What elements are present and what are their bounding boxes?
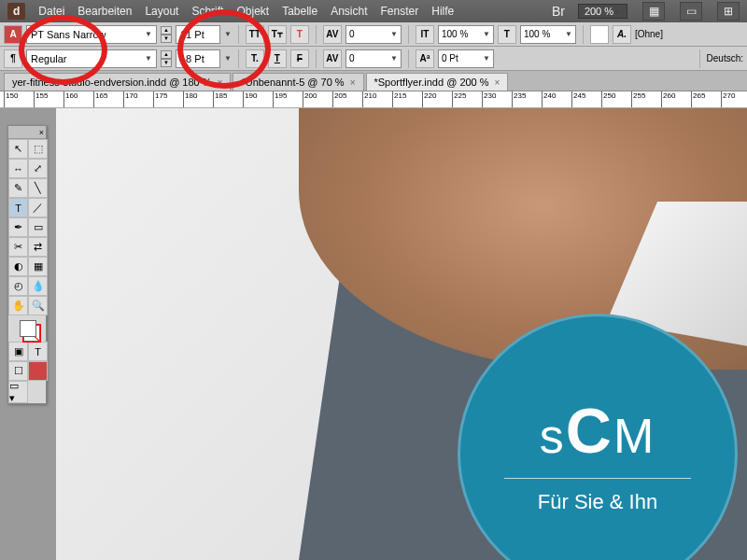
baseline-field[interactable]: 0 Pt▼: [438, 49, 494, 68]
font-weight-dropdown[interactable]: Regular▼: [26, 49, 157, 68]
menu-fenster[interactable]: Fenster: [381, 5, 419, 18]
gap-tool[interactable]: ⤢: [28, 159, 48, 178]
doc-tab-1[interactable]: yer-fitness-studio-endversion.indd @ 180…: [4, 73, 231, 91]
page-tool[interactable]: ↔: [8, 159, 28, 178]
direct-selection-tool[interactable]: ⬚: [28, 139, 48, 159]
menu-bearbeiten[interactable]: Bearbeiten: [78, 5, 132, 18]
fill-swatch[interactable]: [590, 25, 609, 44]
close-icon[interactable]: ×: [495, 77, 500, 88]
format-container-icon[interactable]: ▣: [8, 342, 28, 361]
horizontal-ruler[interactable]: 1501551601651701751801851901952002052102…: [0, 91, 747, 108]
leading-spinner[interactable]: ▲▼: [161, 50, 172, 67]
chevron-down-icon[interactable]: ▼: [224, 54, 232, 63]
vscale-field[interactable]: 100 %▼: [520, 25, 576, 44]
menu-objekt[interactable]: Objekt: [236, 5, 269, 18]
superscript-button[interactable]: T: [290, 25, 309, 44]
menubar: d Datei Bearbeiten Layout Schrift Objekt…: [0, 0, 747, 22]
font-size-spinner[interactable]: ▲▼: [161, 26, 172, 43]
apply-color-icon[interactable]: [28, 361, 48, 381]
baseline-icon: Aª: [416, 49, 434, 68]
subscript-button[interactable]: T.: [246, 49, 264, 68]
scissors-tool[interactable]: ✂: [8, 237, 28, 257]
chevron-down-icon[interactable]: ▼: [224, 30, 232, 38]
para-format-icon[interactable]: ¶: [4, 49, 22, 68]
menu-hilfe[interactable]: Hilfe: [431, 5, 454, 18]
menu-layout[interactable]: Layout: [145, 5, 178, 18]
free-transform-tool[interactable]: ⇄: [28, 237, 48, 257]
pencil-tool[interactable]: ／: [28, 198, 48, 217]
hscale-icon: IT: [416, 25, 434, 44]
tab-label: yer-fitness-studio-endversion.indd @ 180…: [12, 77, 212, 88]
rectangle-frame-tool[interactable]: ✒: [8, 217, 28, 237]
chevron-down-icon: ▼: [145, 30, 152, 38]
view-mode-toggle[interactable]: ▭ ▾: [8, 381, 28, 403]
font-size-value: 11 Pt: [180, 29, 204, 40]
view-options-icon[interactable]: ▦: [642, 2, 665, 21]
logo-subtitle: Für Sie & Ihn: [538, 490, 657, 514]
screen-mode-icon[interactable]: ▭: [680, 2, 702, 21]
vscale-icon: T: [498, 25, 516, 44]
workspace: × ↖ ⬚ ↔ ⤢ ✎ ╲ T ／ ✒ ▭ ✂ ⇄ ◐ ▦ ◴ 💧 ✋ 🔍 ▣ …: [0, 108, 747, 560]
font-size-field[interactable]: 11 Pt: [176, 25, 220, 44]
eyedropper-tool[interactable]: 💧: [28, 276, 48, 296]
close-icon[interactable]: ×: [218, 77, 223, 88]
tracking-field[interactable]: 0▼: [345, 49, 402, 68]
zoom-tool[interactable]: 🔍: [28, 296, 48, 315]
spinner-up-icon[interactable]: ▲: [161, 50, 172, 59]
spinner-up-icon[interactable]: ▲: [161, 26, 172, 35]
smallcaps-button[interactable]: Tᴛ: [268, 25, 287, 44]
kerning-icon: AV: [323, 25, 342, 44]
doc-tab-2[interactable]: *Unbenannt-5 @ 70 %×: [233, 73, 363, 91]
chevron-down-icon: ▼: [483, 30, 490, 38]
char-format-icon[interactable]: A: [4, 25, 22, 44]
pen-tool[interactable]: ✎: [8, 178, 28, 198]
gradient-tool[interactable]: ◐: [8, 257, 28, 276]
language-label[interactable]: Deutsch:: [707, 53, 743, 63]
spinner-down-icon[interactable]: ▼: [161, 59, 172, 67]
apply-none-icon[interactable]: ☐: [8, 361, 28, 381]
document-tabs: yer-fitness-studio-endversion.indd @ 180…: [0, 71, 747, 91]
strikethrough-button[interactable]: F: [290, 49, 309, 68]
selection-tool[interactable]: ↖: [8, 139, 28, 159]
menu-datei[interactable]: Datei: [38, 5, 64, 18]
chevron-down-icon: ▼: [145, 54, 152, 63]
chevron-down-icon: ▼: [390, 54, 398, 63]
menu-schrift[interactable]: Schrift: [191, 5, 223, 18]
type-tool[interactable]: T: [8, 198, 28, 217]
zoom-level-field[interactable]: 200 % ▼: [578, 4, 627, 19]
rectangle-tool[interactable]: ▭: [28, 217, 48, 237]
tools-panel: × ↖ ⬚ ↔ ⤢ ✎ ╲ T ／ ✒ ▭ ✂ ⇄ ◐ ▦ ◴ 💧 ✋ 🔍 ▣ …: [7, 125, 47, 404]
app-icon: d: [7, 3, 25, 20]
hand-tool[interactable]: ✋: [8, 296, 28, 315]
line-tool[interactable]: ╲: [28, 178, 48, 198]
kerning-field[interactable]: 0▼: [345, 25, 402, 44]
format-text-icon[interactable]: T: [28, 342, 48, 361]
spinner-down-icon[interactable]: ▼: [161, 35, 172, 43]
font-family-dropdown[interactable]: PT Sans Narrow▼: [26, 25, 157, 44]
allcaps-button[interactable]: TT: [246, 25, 264, 44]
fill-stroke-swatch[interactable]: [8, 315, 48, 342]
gradient-feather-tool[interactable]: ▦: [28, 257, 48, 276]
note-tool[interactable]: ◴: [8, 276, 28, 296]
charstyle-icon: A.: [613, 25, 631, 44]
tab-label: *Unbenannt-5 @ 70 %: [241, 77, 344, 88]
font-weight-value: Regular: [31, 53, 67, 64]
menu-tabelle[interactable]: Tabelle: [282, 5, 317, 18]
chevron-down-icon: ▼: [483, 54, 490, 63]
close-icon[interactable]: ×: [350, 77, 356, 88]
panel-collapse-icon[interactable]: ×: [39, 128, 44, 137]
leading-value: 18 Pt: [180, 53, 204, 64]
bridge-icon[interactable]: Br: [552, 4, 565, 19]
panel-header[interactable]: ×: [8, 126, 46, 139]
doc-tab-3[interactable]: *Sportflyer.indd @ 200 %×: [366, 73, 509, 91]
menu-ansicht[interactable]: Ansicht: [331, 5, 367, 18]
fill-swatch[interactable]: [20, 320, 36, 337]
charstyle-value[interactable]: [Ohne]: [635, 29, 663, 39]
leading-field[interactable]: 18 Pt: [176, 49, 220, 68]
hscale-field[interactable]: 100 %▼: [438, 25, 494, 44]
arrange-icon[interactable]: ⊞: [717, 2, 740, 21]
document-canvas[interactable]: sCM Für Sie & Ihn: [56, 108, 747, 560]
underline-button[interactable]: T: [268, 49, 287, 68]
tracking-icon: AV: [323, 49, 342, 68]
chevron-down-icon: ▼: [565, 30, 572, 38]
